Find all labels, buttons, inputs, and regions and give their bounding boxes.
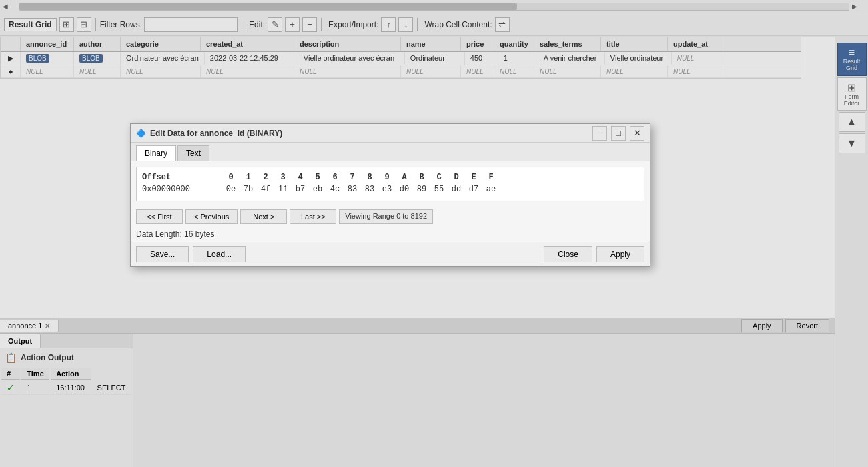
- previous-button[interactable]: < Previous: [185, 209, 238, 224]
- save-load-buttons: Save... Load...: [136, 246, 246, 262]
- apply-modal-button[interactable]: Apply: [596, 246, 644, 262]
- hex-byte-a: d0: [396, 185, 413, 194]
- hex-byte-2: 4f: [257, 185, 274, 194]
- modal-actions: Save... Load... Close Apply: [131, 242, 650, 266]
- hex-byte-4: b7: [292, 185, 309, 194]
- hex-col-5: 5: [309, 173, 326, 182]
- modal-maximize-button[interactable]: □: [611, 126, 626, 141]
- viewing-range: Viewing Range 0 to 8192: [339, 209, 433, 224]
- hex-byte-3: 11: [274, 185, 292, 194]
- hex-col-3: 3: [274, 173, 292, 182]
- modal-content: Offset 0 1 2 3 4 5 6 7 8 9 A B C D E F: [136, 167, 644, 201]
- hex-col-b: B: [413, 173, 430, 182]
- hex-byte-6: 4c: [326, 185, 344, 194]
- hex-byte-c: 55: [430, 185, 448, 194]
- close-button[interactable]: Close: [544, 246, 592, 262]
- modal-title: Edit Data for annonce_id (BINARY): [150, 129, 588, 138]
- hex-col-2: 2: [257, 173, 274, 182]
- load-button[interactable]: Load...: [193, 246, 246, 262]
- hex-byte-8: 83: [361, 185, 378, 194]
- last-button[interactable]: Last >>: [290, 209, 336, 224]
- main-container: ◀ ▶ Result Grid ⊞ ⊟ Filter Rows: Edit: ✎…: [0, 0, 868, 467]
- modal-icon: 🔷: [136, 129, 146, 138]
- hex-byte-9: e3: [378, 185, 396, 194]
- hex-col-8: 8: [361, 173, 378, 182]
- hex-data-row-0: 0x00000000 0e 7b 4f 11 b7 eb 4c 83 83 e3…: [142, 185, 638, 194]
- hex-byte-f: ae: [482, 185, 500, 194]
- hex-byte-7: 83: [344, 185, 361, 194]
- hex-byte-5: eb: [309, 185, 326, 194]
- hex-byte-d: dd: [448, 185, 465, 194]
- hex-col-e: E: [465, 173, 482, 182]
- modal-nav-bar: << First < Previous Next > Last >> Viewi…: [131, 207, 650, 227]
- hex-col-9: 9: [378, 173, 396, 182]
- edit-data-modal: 🔷 Edit Data for annonce_id (BINARY) − □ …: [130, 123, 650, 267]
- hex-byte-0: 0e: [222, 185, 240, 194]
- modal-titlebar: 🔷 Edit Data for annonce_id (BINARY) − □ …: [131, 124, 650, 143]
- hex-row-offset: 0x00000000: [142, 185, 222, 194]
- hex-col-6: 6: [326, 173, 344, 182]
- hex-col-d: D: [448, 173, 465, 182]
- hex-table: Offset 0 1 2 3 4 5 6 7 8 9 A B C D E F: [137, 167, 644, 201]
- hex-col-0: 0: [222, 173, 240, 182]
- save-button[interactable]: Save...: [136, 246, 189, 262]
- modal-close-button[interactable]: ✕: [630, 126, 644, 141]
- hex-offset-header: Offset: [142, 173, 222, 182]
- data-length: Data Length: 16 bytes: [131, 227, 650, 242]
- hex-col-7: 7: [344, 173, 361, 182]
- close-apply-buttons: Close Apply: [544, 246, 644, 262]
- hex-col-4: 4: [292, 173, 309, 182]
- hex-col-c: C: [430, 173, 448, 182]
- modal-tabs: Binary Text: [131, 143, 650, 161]
- binary-tab[interactable]: Binary: [136, 145, 176, 161]
- hex-byte-1: 7b: [240, 185, 257, 194]
- hex-byte-b: 89: [413, 185, 430, 194]
- hex-col-1: 1: [240, 173, 257, 182]
- hex-header: Offset 0 1 2 3 4 5 6 7 8 9 A B C D E F: [142, 173, 638, 182]
- hex-col-f: F: [482, 173, 500, 182]
- hex-byte-e: d7: [465, 185, 482, 194]
- text-tab[interactable]: Text: [177, 145, 209, 161]
- next-button[interactable]: Next >: [240, 209, 287, 224]
- first-button[interactable]: << First: [136, 209, 183, 224]
- hex-col-a: A: [396, 173, 413, 182]
- modal-minimize-button[interactable]: −: [592, 126, 607, 141]
